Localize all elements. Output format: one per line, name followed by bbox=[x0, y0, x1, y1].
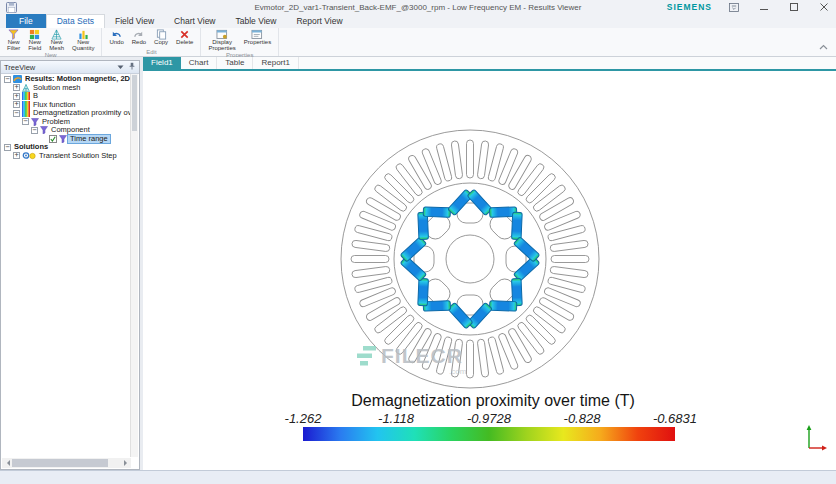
mesh-icon bbox=[22, 84, 30, 92]
tree-item-transient-solution-step[interactable]: +Transient Solution Step bbox=[2, 152, 131, 161]
tree-vertical-scrollbar[interactable] bbox=[130, 74, 138, 457]
view-tab-chart[interactable]: Chart bbox=[181, 57, 218, 69]
funnel-icon bbox=[31, 118, 39, 126]
ribbon-tab-table-view[interactable]: Table View bbox=[226, 14, 287, 28]
ribbon-tab-file[interactable]: File bbox=[6, 14, 46, 28]
button-label: Redo bbox=[132, 40, 146, 46]
tree-expander-minus[interactable]: − bbox=[22, 118, 29, 125]
collapse-ribbon-icon[interactable] bbox=[819, 36, 828, 54]
tree-expander-plus[interactable]: + bbox=[13, 93, 20, 100]
scroll-left-arrow[interactable] bbox=[2, 458, 11, 468]
watermark-logo-icon bbox=[357, 345, 377, 371]
ribbon-tab-field-view[interactable]: Field View bbox=[105, 14, 164, 28]
button-label: Undo bbox=[109, 40, 123, 46]
watermark-text: FILECR bbox=[381, 345, 463, 367]
rainbow-icon bbox=[22, 92, 30, 100]
tree-item-component[interactable]: −Component bbox=[2, 126, 131, 135]
undo-button[interactable]: Undo bbox=[106, 28, 126, 46]
redo-button[interactable]: Redo bbox=[129, 28, 149, 46]
ribbon: New FilterNew FieldNew MeshNew QuantityN… bbox=[0, 28, 836, 57]
new-mesh-button[interactable]: New Mesh bbox=[46, 28, 67, 52]
panel-menu-icon[interactable] bbox=[117, 63, 124, 72]
ribbon-tab-report-view[interactable]: Report View bbox=[286, 14, 352, 28]
treeview-title: TreeView bbox=[4, 63, 35, 72]
funnel-icon bbox=[40, 126, 48, 134]
results-viewer-window: { "window": { "title": "Evmotor_2D_var1-… bbox=[0, 0, 836, 484]
new-filter-button[interactable]: New Filter bbox=[4, 28, 23, 52]
ribbon-group-label: Edit bbox=[106, 49, 196, 56]
pin-icon[interactable] bbox=[128, 62, 136, 72]
checkbox-checked-icon[interactable] bbox=[49, 135, 57, 143]
main-area: TreeView −Results: Motion magnetic, 2D c… bbox=[0, 57, 836, 470]
ribbon-group-new: New FilterNew FieldNew MeshNew QuantityN… bbox=[0, 28, 102, 56]
gear-icon bbox=[22, 151, 36, 160]
tree-item-label[interactable]: Solution mesh bbox=[31, 84, 83, 92]
button-label: Copy bbox=[154, 40, 168, 46]
button-label: Delete bbox=[176, 40, 193, 46]
field-canvas[interactable]: FILECR .com Demagnetization proximity ov… bbox=[143, 71, 836, 470]
colorbar-title: Demagnetization proximity over time (T) bbox=[253, 392, 733, 410]
tree-item-solution-mesh[interactable]: +Solution mesh bbox=[2, 84, 131, 93]
delete-button[interactable]: Delete bbox=[173, 28, 196, 46]
tree-indent bbox=[40, 135, 47, 142]
watermark: FILECR .com bbox=[357, 345, 463, 371]
ribbon-display-options-icon[interactable] bbox=[726, 1, 742, 13]
tree-item-label[interactable]: Transient Solution Step bbox=[37, 152, 119, 160]
treeview-panel: TreeView −Results: Motion magnetic, 2D c… bbox=[0, 60, 140, 470]
ribbon-tab-strip: FileData SetsField ViewChart ViewTable V… bbox=[0, 14, 836, 28]
display-properties-button[interactable]: Display Properties bbox=[205, 28, 238, 52]
colorbar-tick: -1.262 bbox=[285, 411, 322, 426]
funnel-icon bbox=[59, 135, 67, 143]
view-tab-report1[interactable]: Report1 bbox=[253, 57, 298, 69]
new-field-button[interactable]: New Field bbox=[25, 28, 44, 52]
treeview-header: TreeView bbox=[1, 61, 139, 74]
status-bar bbox=[0, 470, 836, 484]
results-icon bbox=[13, 75, 22, 83]
close-button[interactable] bbox=[816, 1, 832, 13]
watermark-suffix: .com bbox=[449, 367, 466, 376]
siemens-logo: SIEMENS bbox=[667, 2, 712, 12]
tree-expander-plus[interactable]: + bbox=[13, 101, 20, 108]
coordinate-axes-icon bbox=[805, 423, 829, 455]
tree-horizontal-scrollbar[interactable] bbox=[2, 458, 131, 468]
scroll-right-arrow[interactable] bbox=[122, 458, 131, 468]
maximize-button[interactable] bbox=[786, 1, 802, 13]
tree: −Results: Motion magnetic, 2D cartesi+So… bbox=[2, 75, 131, 457]
tree-expander-minus[interactable]: − bbox=[13, 110, 20, 117]
tree-expander-plus[interactable]: + bbox=[13, 152, 20, 159]
view-tab-table[interactable]: Table bbox=[217, 57, 253, 69]
tree-item-label[interactable]: Time range bbox=[68, 135, 110, 143]
colorbar-tick: -0.828 bbox=[564, 411, 601, 426]
colorbar-tick: -0.6831 bbox=[653, 411, 697, 426]
colorbar bbox=[303, 427, 675, 441]
rainbow-icon bbox=[22, 101, 30, 109]
button-label: New Mesh bbox=[49, 40, 64, 52]
button-label: New Field bbox=[28, 40, 41, 52]
button-label: New Filter bbox=[7, 40, 20, 52]
minimize-button[interactable] bbox=[756, 1, 772, 13]
tree-expander-minus[interactable]: − bbox=[4, 76, 11, 83]
view-tab-strip: Field1ChartTableReport1 bbox=[143, 57, 836, 71]
properties-button[interactable]: Properties bbox=[241, 28, 274, 46]
ribbon-group-edit: UndoRedoCopyDeleteEdit bbox=[102, 28, 201, 56]
new-quantity-button[interactable]: New Quantity bbox=[69, 28, 97, 52]
button-label: Display Properties bbox=[208, 40, 235, 52]
tree-expander-minus[interactable]: − bbox=[4, 144, 11, 151]
colorbar-tick: -1.118 bbox=[378, 411, 414, 426]
colorbar-tick: -0.9728 bbox=[467, 411, 511, 426]
tree-expander-plus[interactable]: + bbox=[13, 84, 20, 91]
tree-expander-minus[interactable]: − bbox=[31, 127, 38, 134]
title-bar: Evmotor_2D_var1-Transient_Back-EMF_@3000… bbox=[0, 0, 836, 14]
ribbon-tab-data-sets[interactable]: Data Sets bbox=[46, 14, 105, 28]
ribbon-group-properties: Display PropertiesPropertiesProperties bbox=[201, 28, 279, 56]
button-label: Properties bbox=[244, 40, 271, 46]
scrollbar-thumb[interactable] bbox=[12, 459, 108, 467]
button-label: New Quantity bbox=[72, 40, 94, 52]
view-tab-field1[interactable]: Field1 bbox=[143, 57, 181, 69]
ribbon-tab-chart-view[interactable]: Chart View bbox=[164, 14, 225, 28]
save-icon[interactable] bbox=[6, 2, 17, 13]
copy-button[interactable]: Copy bbox=[151, 28, 171, 46]
rainbow-icon bbox=[22, 109, 30, 117]
